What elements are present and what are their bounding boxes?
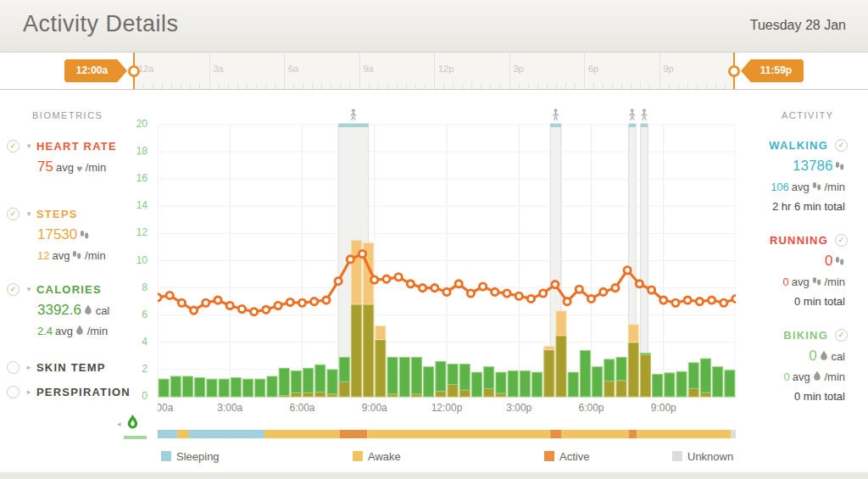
checked-circle-icon[interactable]: ✓ xyxy=(7,140,19,153)
chart-bar-segment-green[interactable] xyxy=(243,379,253,397)
chevron-down-icon[interactable]: ▾ xyxy=(24,209,34,218)
chart-bar-segment-green[interactable] xyxy=(327,370,337,394)
chart-bar-segment-green[interactable] xyxy=(315,365,326,392)
state-segment-awake[interactable] xyxy=(367,430,550,438)
chart-bar-segment-green[interactable] xyxy=(653,375,663,397)
state-segment-active[interactable] xyxy=(550,430,561,438)
range-handle-start[interactable] xyxy=(128,65,140,77)
chart-bar-segment-green[interactable] xyxy=(484,367,494,389)
chart-bar-segment-olive[interactable] xyxy=(448,385,458,397)
chevron-down-icon[interactable]: ▾ xyxy=(24,285,34,293)
chart-bar-segment-green[interactable] xyxy=(665,373,675,397)
chart-bar-segment-green[interactable] xyxy=(508,371,518,397)
chart-bar-segment-green[interactable] xyxy=(424,367,434,397)
chart-bar-segment-green[interactable] xyxy=(700,359,710,393)
chart-bar-segment-green[interactable] xyxy=(568,372,578,397)
chart-bar-segment-green[interactable] xyxy=(436,361,446,391)
metric-label-walking[interactable]: WALKING xyxy=(769,139,828,152)
metric-label-calories[interactable]: CALORIES xyxy=(36,283,102,296)
chart-bar-segment-green[interactable] xyxy=(291,371,301,393)
checked-circle-icon[interactable]: ✓ xyxy=(835,139,848,152)
state-segment-unknown[interactable] xyxy=(731,430,736,438)
chart-bar-segment-green[interactable] xyxy=(593,367,603,397)
chart-bar-segment-tan[interactable] xyxy=(556,311,566,336)
state-segment-awake[interactable] xyxy=(264,430,340,438)
previous-metric-arrow-icon[interactable]: ◂ xyxy=(117,420,121,428)
chart-bar-segment-olive[interactable] xyxy=(339,382,349,397)
chart-bar-segment-tan[interactable] xyxy=(376,326,386,340)
chart-bar-segment-green[interactable] xyxy=(159,379,169,397)
range-end-tag[interactable]: 11:59p xyxy=(741,59,804,82)
chart-bar-segment-olive[interactable] xyxy=(604,382,615,397)
chart-bar-segment-green[interactable] xyxy=(219,379,229,397)
chart-bar-segment-green[interactable] xyxy=(231,378,241,397)
chevron-right-icon[interactable]: ▸ xyxy=(24,387,34,396)
chart-bar-segment-olive[interactable] xyxy=(616,381,626,397)
state-segment-awake[interactable] xyxy=(562,430,629,438)
chart-bar-segment-olive[interactable] xyxy=(628,343,638,397)
chart-bar-segment-green[interactable] xyxy=(580,350,590,397)
chart-bar-segment-green[interactable] xyxy=(255,379,265,397)
checked-circle-icon[interactable]: ✓ xyxy=(835,234,848,247)
state-segment-awake[interactable] xyxy=(637,430,731,438)
unchecked-circle-icon[interactable] xyxy=(7,361,19,374)
chart-bar-segment-tan[interactable] xyxy=(544,347,554,350)
chart-bar-segment-green[interactable] xyxy=(496,372,506,393)
chart-bar-segment-olive[interactable] xyxy=(640,354,650,397)
metric-label-running[interactable]: RUNNING xyxy=(770,234,828,247)
state-segment-active[interactable] xyxy=(340,430,368,438)
checked-circle-icon[interactable]: ✓ xyxy=(7,208,19,220)
range-start-tag[interactable]: 12:00a xyxy=(64,59,127,82)
metric-label-skin-temp[interactable]: SKIN TEMP xyxy=(36,361,106,374)
metric-label-perspiration[interactable]: PERSPIRATION xyxy=(36,386,131,398)
unchecked-circle-icon[interactable] xyxy=(7,386,19,398)
chart-bar-segment-green[interactable] xyxy=(472,372,482,397)
chart-bar-segment-olive[interactable] xyxy=(303,393,314,397)
chart-bar-segment-green[interactable] xyxy=(688,363,698,388)
chart-bar-segment-green[interactable] xyxy=(616,357,626,380)
chart-bar-segment-olive[interactable] xyxy=(688,388,698,397)
state-segment-awake[interactable] xyxy=(177,430,189,438)
chart-bar-segment-olive[interactable] xyxy=(291,393,301,397)
chart-bar-segment-green[interactable] xyxy=(520,371,530,397)
checked-circle-icon[interactable]: ✓ xyxy=(835,329,848,342)
chart-bar-segment-green[interactable] xyxy=(399,357,409,397)
chart-bar-segment-green[interactable] xyxy=(676,371,687,397)
chart-bar-segment-green[interactable] xyxy=(532,372,542,397)
chevron-right-icon[interactable]: ▸ xyxy=(24,363,34,371)
chart-bar-segment-green[interactable] xyxy=(279,368,289,395)
chevron-down-icon[interactable]: ▾ xyxy=(24,142,34,150)
chart-bar-segment-olive[interactable] xyxy=(459,390,470,397)
chart-bar-segment-green[interactable] xyxy=(183,376,193,397)
state-segment-sleeping[interactable] xyxy=(189,430,264,438)
chart-bar-segment-green[interactable] xyxy=(640,354,650,355)
chart-bar-segment-green[interactable] xyxy=(713,367,723,397)
chart-bar-segment-olive[interactable] xyxy=(484,388,494,397)
chart-bar-segment-olive[interactable] xyxy=(700,393,710,397)
chart-bar-segment-green[interactable] xyxy=(170,376,181,397)
droplet-metric-icon[interactable] xyxy=(126,414,139,434)
chart-bar-segment-green[interactable] xyxy=(339,357,349,382)
state-segment-sleeping[interactable] xyxy=(158,430,177,438)
chart-bar-segment-olive[interactable] xyxy=(496,393,506,397)
activity-chart[interactable]: 12:00a3:00a6:00a9:00a12:00p3:00p6:00p9:0… xyxy=(158,103,736,444)
chart-bar-segment-green[interactable] xyxy=(207,379,217,397)
chart-bar-segment-green[interactable] xyxy=(604,359,615,382)
metric-label-biking[interactable]: BIKING xyxy=(783,329,828,342)
chart-bar-segment-green[interactable] xyxy=(303,368,314,393)
chart-bar-segment-olive[interactable] xyxy=(351,304,361,397)
chart-bar-segment-olive[interactable] xyxy=(544,350,554,397)
chart-bar-segment-green[interactable] xyxy=(267,376,277,397)
chart-bar-segment-olive[interactable] xyxy=(556,336,566,397)
chart-bar-segment-olive[interactable] xyxy=(436,392,446,397)
chart-bar-segment-green[interactable] xyxy=(448,364,458,384)
metric-label-steps[interactable]: STEPS xyxy=(36,208,78,220)
chart-bar-segment-olive[interactable] xyxy=(364,304,374,397)
checked-circle-icon[interactable]: ✓ xyxy=(7,283,19,296)
chart-bar-segment-olive[interactable] xyxy=(315,392,326,397)
chart-bar-segment-tan[interactable] xyxy=(351,240,361,304)
chart-bar-segment-green[interactable] xyxy=(195,378,205,397)
chart-bar-segment-green[interactable] xyxy=(459,364,470,389)
metric-label-heart-rate[interactable]: HEART RATE xyxy=(36,140,117,153)
state-segment-active[interactable] xyxy=(629,430,637,438)
